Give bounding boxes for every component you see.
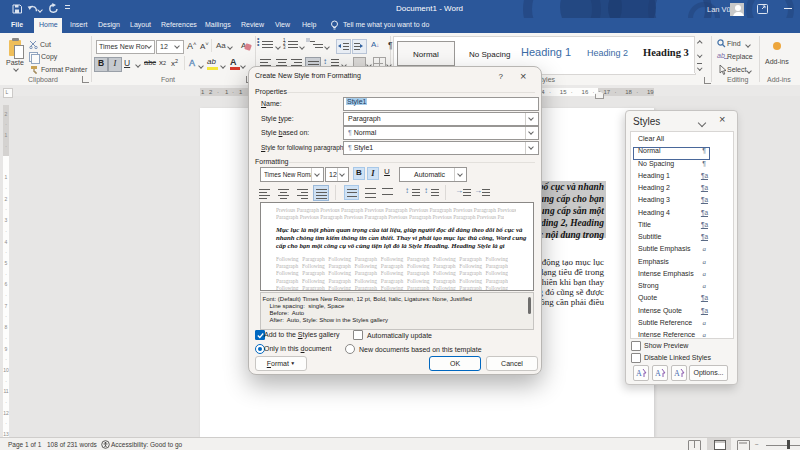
svg-text:A: A bbox=[674, 369, 680, 378]
svg-text:A: A bbox=[636, 369, 642, 378]
svg-text:A: A bbox=[655, 369, 661, 378]
